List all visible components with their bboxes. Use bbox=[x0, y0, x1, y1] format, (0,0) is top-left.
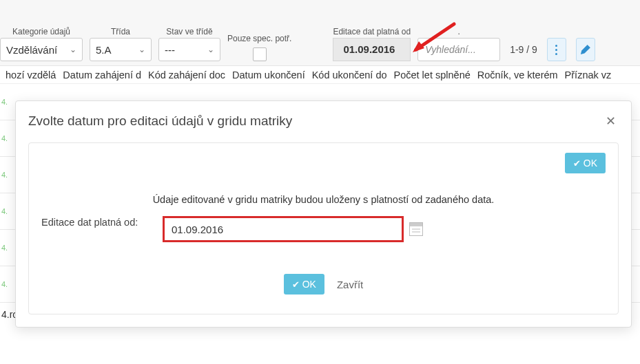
column-header[interactable]: Počet let splněné bbox=[391, 69, 473, 81]
column-header[interactable]: Příznak vz bbox=[562, 69, 615, 81]
filter-status-select[interactable]: --- ⌄ bbox=[158, 38, 220, 61]
filter-category-value: Vzdělávání bbox=[6, 44, 57, 56]
row-marker: 4. bbox=[1, 134, 11, 142]
modal-actions: ✔ OK Zavřít bbox=[41, 274, 606, 295]
kebab-icon bbox=[555, 45, 557, 55]
filter-special-checkbox[interactable] bbox=[253, 47, 267, 61]
ok-label: OK bbox=[584, 158, 597, 169]
filter-class-label: Třída bbox=[90, 27, 152, 36]
filter-status-label: Stav ve třídě bbox=[158, 27, 220, 36]
filter-special-label: Pouze spec. potř. bbox=[227, 34, 291, 43]
date-picker-modal: Zvolte datum pro editaci údajů v gridu m… bbox=[15, 100, 632, 328]
row-marker: 4. bbox=[1, 207, 11, 215]
more-options-button[interactable] bbox=[547, 38, 566, 61]
calendar-icon[interactable] bbox=[409, 222, 423, 236]
field-label: Editace dat platná od: bbox=[41, 216, 152, 230]
form-row: Editace dat platná od: bbox=[41, 216, 606, 242]
check-icon: ✔ bbox=[292, 279, 300, 290]
filter-category-label: Kategorie údajů bbox=[0, 27, 83, 36]
close-button[interactable]: ✕ bbox=[603, 111, 619, 131]
filter-special: Pouze spec. potř. bbox=[227, 34, 291, 61]
column-header[interactable]: hozí vzdělá bbox=[3, 69, 59, 81]
filter-effective: Editace dat platná od 01.09.2016 bbox=[333, 27, 411, 61]
effective-date-input[interactable] bbox=[163, 216, 404, 242]
filter-category: Kategorie údajů Vzdělávání ⌄ bbox=[0, 27, 83, 61]
modal-body: ✔ OK Údaje editované v gridu matriky bud… bbox=[28, 142, 619, 314]
column-header[interactable]: Kód ukončení do bbox=[309, 69, 390, 81]
check-icon: ✔ bbox=[573, 158, 581, 169]
search-input[interactable] bbox=[417, 38, 500, 61]
filter-status: Stav ve třídě --- ⌄ bbox=[158, 27, 220, 61]
row-marker: 4. bbox=[1, 98, 11, 106]
filter-status-value: --- bbox=[165, 44, 175, 56]
ok-button-top[interactable]: ✔ OK bbox=[565, 153, 606, 173]
pager-text: 1-9 / 9 bbox=[510, 38, 537, 61]
ok-label: OK bbox=[302, 279, 316, 290]
filter-effective-value[interactable]: 01.09.2016 bbox=[333, 38, 411, 61]
filter-category-select[interactable]: Vzdělávání ⌄ bbox=[0, 38, 83, 61]
chevron-down-icon: ⌄ bbox=[207, 45, 214, 54]
filter-effective-label: Editace dat platná od bbox=[333, 27, 411, 36]
chevron-down-icon: ⌄ bbox=[70, 45, 76, 54]
pencil-icon bbox=[581, 45, 590, 54]
modal-header: Zvolte datum pro editaci údajů v gridu m… bbox=[16, 101, 631, 138]
row-marker: 4. bbox=[1, 280, 11, 288]
filter-class-select[interactable]: 5.A ⌄ bbox=[90, 38, 152, 61]
close-icon: ✕ bbox=[606, 114, 616, 128]
filter-class-value: 5.A bbox=[96, 44, 112, 56]
filters-bar: Kategorie údajů Vzdělávání ⌄ Třída 5.A ⌄… bbox=[0, 0, 640, 66]
filter-dot: . bbox=[417, 27, 500, 61]
column-header[interactable]: Kód zahájení doc bbox=[145, 69, 228, 81]
row-marker: 4. bbox=[1, 244, 11, 252]
date-field-wrap bbox=[163, 216, 423, 242]
modal-title: Zvolte datum pro editaci údajů v gridu m… bbox=[28, 114, 292, 129]
ok-button[interactable]: ✔ OK bbox=[284, 274, 324, 295]
column-header[interactable]: Datum ukončení bbox=[229, 69, 308, 81]
chevron-down-icon: ⌄ bbox=[138, 45, 145, 54]
grid-column-headers: hozí vzdělá Datum zahájení d Kód zahájen… bbox=[0, 66, 640, 84]
row-marker: 4. bbox=[1, 171, 11, 179]
edit-button[interactable] bbox=[576, 38, 595, 61]
column-header[interactable]: Ročník, ve kterém bbox=[475, 69, 561, 81]
modal-message: Údaje editované v gridu matriky budou ul… bbox=[41, 194, 606, 205]
cancel-button[interactable]: Zavřít bbox=[337, 279, 363, 290]
column-header[interactable]: Datum zahájení d bbox=[60, 69, 144, 81]
filter-class: Třída 5.A ⌄ bbox=[90, 27, 152, 61]
filter-dot-label: . bbox=[417, 27, 500, 36]
